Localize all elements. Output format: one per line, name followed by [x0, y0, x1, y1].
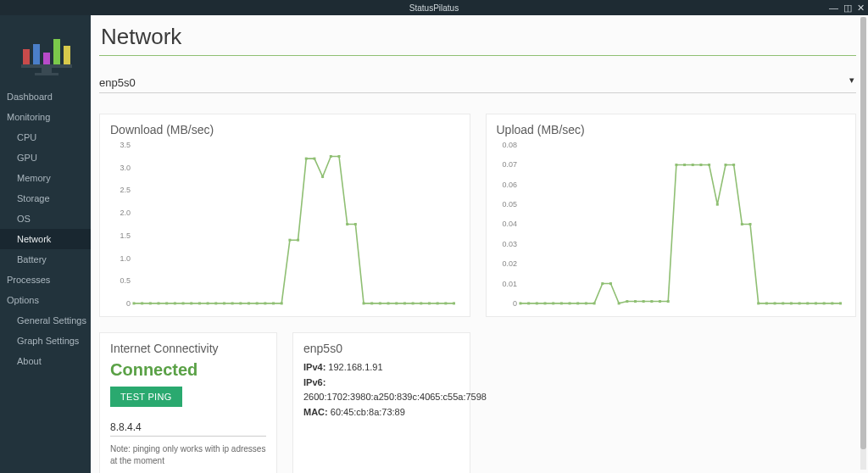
sidebar-item-monitoring[interactable]: Monitoring: [0, 107, 91, 127]
svg-rect-82: [659, 300, 661, 303]
svg-text:0.08: 0.08: [502, 142, 516, 149]
content-scrollbar[interactable]: [860, 17, 866, 470]
svg-rect-17: [141, 302, 143, 304]
svg-rect-79: [633, 300, 636, 303]
svg-rect-27: [223, 302, 225, 304]
ipv6-row: IPv6: 2600:1702:3980:a250:839c:4065:c55a…: [303, 376, 459, 405]
svg-rect-36: [297, 239, 299, 242]
test-ping-button[interactable]: TEST PING: [110, 387, 182, 407]
sidebar-item-options[interactable]: Options: [0, 290, 91, 310]
window-minimize-icon[interactable]: —: [829, 3, 838, 13]
scrollbar-thumb[interactable]: [860, 17, 866, 449]
svg-rect-5: [21, 64, 72, 68]
svg-rect-71: [568, 302, 570, 304]
svg-text:0.07: 0.07: [502, 160, 516, 169]
window-title: StatusPilatus: [409, 3, 459, 13]
svg-rect-91: [732, 164, 735, 166]
download-chart: 00.51.01.52.02.53.03.5: [110, 142, 459, 315]
svg-rect-66: [527, 302, 530, 304]
svg-rect-50: [412, 302, 415, 304]
sidebar-item-battery[interactable]: Battery: [0, 249, 91, 270]
svg-rect-102: [822, 302, 825, 304]
svg-rect-80: [642, 300, 644, 303]
svg-rect-53: [437, 302, 439, 304]
svg-rect-30: [248, 302, 250, 304]
svg-rect-87: [699, 164, 702, 166]
svg-rect-52: [428, 302, 431, 304]
window-restore-icon[interactable]: ◫: [843, 3, 852, 13]
upload-chart-card: Upload (MB/sec) 00.010.020.030.040.050.0…: [486, 114, 857, 317]
sidebar-item-network[interactable]: Network: [0, 229, 91, 249]
sidebar-item-graph-settings[interactable]: Graph Settings: [0, 331, 91, 351]
svg-rect-92: [740, 223, 743, 225]
sidebar-item-gpu[interactable]: GPU: [0, 147, 91, 168]
svg-text:0.5: 0.5: [120, 276, 131, 285]
svg-rect-96: [773, 302, 776, 304]
svg-rect-45: [370, 302, 373, 304]
page-title: Network: [99, 22, 856, 56]
svg-rect-86: [691, 164, 693, 166]
window-titlebar: StatusPilatus — ◫ ✕: [0, 0, 868, 15]
svg-rect-81: [650, 300, 653, 303]
sidebar-item-dashboard[interactable]: Dashboard: [0, 86, 91, 107]
svg-rect-22: [182, 302, 185, 304]
svg-text:0.04: 0.04: [502, 220, 516, 229]
svg-rect-89: [715, 203, 718, 206]
svg-rect-49: [403, 302, 406, 304]
svg-rect-0: [23, 49, 30, 64]
svg-rect-47: [387, 302, 390, 304]
svg-rect-76: [609, 282, 611, 285]
svg-rect-101: [814, 302, 816, 304]
svg-text:0.02: 0.02: [502, 259, 516, 268]
svg-rect-69: [552, 302, 554, 304]
svg-rect-21: [174, 302, 176, 304]
svg-text:0.05: 0.05: [502, 200, 516, 209]
sidebar-item-about[interactable]: About: [0, 351, 91, 371]
svg-rect-88: [708, 164, 710, 166]
sidebar-item-os[interactable]: OS: [0, 209, 91, 229]
interface-details-card: enp5s0 IPv4: 192.168.1.91 IPv6: 2600:170…: [292, 332, 470, 473]
svg-rect-84: [675, 164, 677, 166]
svg-rect-35: [288, 239, 291, 242]
svg-rect-93: [748, 223, 751, 225]
svg-text:3.5: 3.5: [120, 142, 131, 149]
svg-text:1.5: 1.5: [120, 231, 131, 240]
svg-rect-65: [519, 302, 521, 304]
download-chart-title: Download (MB/sec): [110, 123, 459, 136]
sidebar-item-processes[interactable]: Processes: [0, 270, 91, 290]
sidebar-item-general-settings[interactable]: General Settings: [0, 310, 91, 331]
sidebar-item-memory[interactable]: Memory: [0, 168, 91, 188]
svg-rect-73: [584, 302, 587, 304]
svg-rect-97: [782, 302, 784, 304]
svg-rect-29: [239, 302, 242, 304]
connectivity-status: Connected: [110, 360, 266, 380]
ipv4-value: 192.168.1.91: [328, 362, 382, 372]
ipv6-label: IPv6:: [303, 377, 326, 387]
window-close-icon[interactable]: ✕: [857, 3, 865, 13]
sidebar-item-storage[interactable]: Storage: [0, 188, 91, 209]
ping-note: Note: pinging only works with ip adresse…: [110, 443, 266, 466]
svg-rect-42: [346, 223, 348, 225]
svg-rect-16: [132, 302, 135, 304]
sidebar: DashboardMonitoringCPUGPUMemoryStorageOS…: [0, 15, 91, 473]
svg-rect-40: [330, 155, 332, 158]
svg-rect-54: [444, 302, 447, 304]
svg-rect-32: [264, 302, 266, 304]
svg-rect-68: [543, 302, 546, 304]
svg-rect-41: [337, 155, 340, 158]
svg-text:2.5: 2.5: [120, 186, 131, 194]
mac-value: 60:45:cb:8a:73:89: [331, 407, 405, 417]
svg-rect-23: [190, 302, 192, 304]
connectivity-card: Internet Connectivity Connected TEST PIN…: [99, 332, 277, 473]
svg-rect-104: [839, 302, 842, 304]
svg-rect-24: [198, 302, 201, 304]
ping-target-input[interactable]: [110, 419, 266, 437]
svg-rect-43: [354, 223, 357, 225]
svg-rect-19: [158, 302, 160, 304]
svg-rect-25: [207, 302, 209, 304]
svg-rect-75: [601, 282, 604, 285]
content-area: Network enp5s0 ▾ Download (MB/sec) 00.51…: [91, 15, 868, 473]
sidebar-item-cpu[interactable]: CPU: [0, 127, 91, 147]
interface-select[interactable]: enp5s0: [99, 73, 856, 93]
svg-text:0.01: 0.01: [502, 280, 516, 288]
